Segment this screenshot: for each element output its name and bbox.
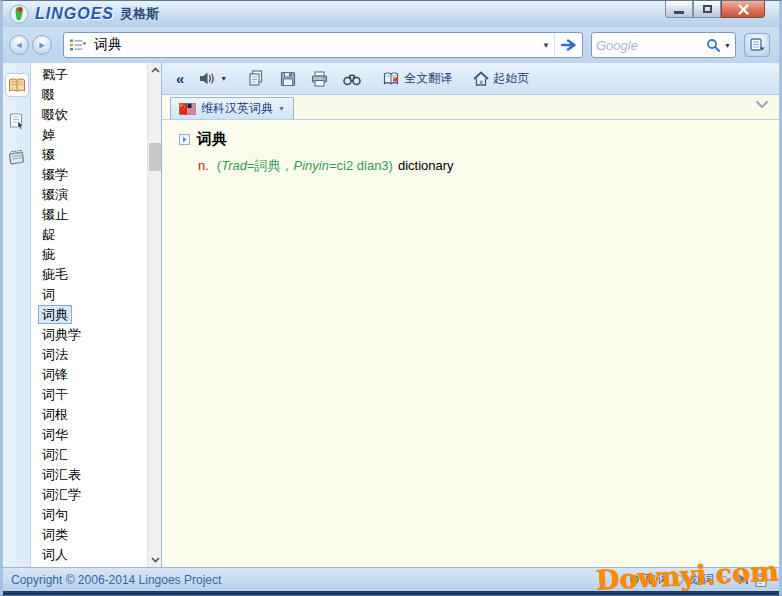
capture-status-icon[interactable] bbox=[630, 575, 639, 584]
expand-box-icon bbox=[179, 134, 190, 145]
sidebar-icon-strip bbox=[3, 63, 31, 567]
google-search-box: ▼ bbox=[591, 32, 736, 58]
app-title-chinese: 灵格斯 bbox=[120, 5, 159, 23]
close-icon bbox=[738, 4, 749, 15]
word-list-scrollbar[interactable] bbox=[147, 63, 161, 567]
trad-value: =詞典， bbox=[247, 158, 294, 173]
list-item[interactable]: 词典学 bbox=[31, 325, 147, 345]
print-button[interactable] bbox=[307, 69, 332, 89]
content-area: « ▼ bbox=[162, 63, 779, 567]
scroll-up-button[interactable] bbox=[148, 63, 162, 77]
list-item[interactable]: 辍 bbox=[31, 145, 147, 165]
app-logo-text: LINGOES bbox=[35, 5, 114, 23]
cn-en-flag-icon bbox=[179, 103, 196, 115]
google-search-input[interactable] bbox=[596, 38, 706, 53]
word-label: 疵毛 bbox=[38, 265, 72, 284]
word-label: 词干 bbox=[38, 385, 72, 404]
list-item[interactable]: 啜 bbox=[31, 85, 147, 105]
list-item[interactable]: 词 bbox=[31, 285, 147, 305]
scroll-down-button[interactable] bbox=[148, 553, 162, 567]
parrot-logo-icon bbox=[9, 4, 29, 24]
select-status-icon[interactable] bbox=[675, 575, 684, 584]
list-item[interactable]: 词汇学 bbox=[31, 485, 147, 505]
maximize-button[interactable] bbox=[693, 1, 721, 18]
list-item[interactable]: 词句 bbox=[31, 505, 147, 525]
tab-label: 维科汉英词典 bbox=[201, 100, 273, 117]
word-label: 龊 bbox=[38, 225, 59, 244]
transfer-button[interactable] bbox=[734, 574, 749, 585]
binoculars-icon bbox=[343, 72, 361, 86]
save-button[interactable] bbox=[276, 69, 300, 89]
service-status-icon[interactable] bbox=[720, 576, 728, 584]
list-item[interactable]: 疵 bbox=[31, 245, 147, 265]
list-item[interactable]: 词类 bbox=[31, 525, 147, 545]
word-label: 辍学 bbox=[38, 165, 72, 184]
list-item[interactable]: 疵毛 bbox=[31, 265, 147, 285]
list-item[interactable]: 词法 bbox=[31, 345, 147, 365]
google-engine-dropdown-icon[interactable]: ▼ bbox=[724, 42, 731, 49]
sidebar-item-capture[interactable] bbox=[5, 109, 29, 133]
select-word-toggle[interactable]: 划词 bbox=[690, 571, 714, 588]
search-magnifier-icon[interactable] bbox=[706, 38, 721, 53]
word-label: 词华 bbox=[38, 425, 72, 444]
list-item[interactable]: 辍学 bbox=[31, 165, 147, 185]
back-button[interactable]: ◄ bbox=[9, 35, 29, 55]
search-input[interactable] bbox=[90, 37, 538, 53]
list-item[interactable]: 婥 bbox=[31, 125, 147, 145]
list-item[interactable]: 辍止 bbox=[31, 205, 147, 225]
homepage-button[interactable]: 起始页 bbox=[469, 68, 533, 89]
fulltext-translate-label: 全文翻译 bbox=[404, 70, 452, 87]
main-area: 戳子 啜 啜饮 婥 辍 辍学 辍演 辍止 龊 疵 疵毛 词 词典 词典学 词法 … bbox=[3, 63, 779, 567]
tab-dropdown-icon: ▼ bbox=[278, 105, 285, 112]
chevron-down-icon bbox=[151, 557, 160, 563]
list-item[interactable]: 词人 bbox=[31, 545, 147, 565]
main-menu-button[interactable] bbox=[744, 33, 770, 57]
search-dropdown-arrow-icon[interactable]: ▼ bbox=[538, 41, 554, 50]
pinyin-label: Pinyin bbox=[294, 158, 329, 173]
save-icon bbox=[280, 71, 296, 87]
close-button[interactable] bbox=[721, 1, 765, 18]
chevron-up-icon bbox=[151, 67, 160, 73]
list-item[interactable]: 戳子 bbox=[31, 65, 147, 85]
word-label: 词典 bbox=[38, 305, 72, 324]
tab-overflow-button[interactable] bbox=[755, 100, 769, 109]
sidebar-item-dictionary[interactable] bbox=[5, 73, 29, 97]
content-toolbar: « ▼ bbox=[162, 63, 779, 95]
list-item[interactable]: 龊 bbox=[31, 225, 147, 245]
tab-active-dictionary[interactable]: 维科汉英词典 ▼ bbox=[170, 97, 294, 119]
title-bar: LINGOES 灵格斯 bbox=[3, 1, 779, 27]
list-item[interactable]: 辍演 bbox=[31, 185, 147, 205]
find-button[interactable] bbox=[339, 70, 365, 88]
scroll-thumb[interactable] bbox=[149, 143, 161, 171]
list-item[interactable]: 词汇 bbox=[31, 445, 147, 465]
go-arrow-icon bbox=[561, 39, 577, 51]
list-item[interactable]: 词华 bbox=[31, 425, 147, 445]
go-button[interactable] bbox=[554, 33, 582, 57]
list-item[interactable]: 词汇表 bbox=[31, 465, 147, 485]
dictionary-tab-bar: 维科汉英词典 ▼ bbox=[162, 95, 779, 120]
collapse-panel-button[interactable]: « bbox=[172, 68, 188, 89]
word-label: 啜饮 bbox=[38, 105, 72, 124]
list-item[interactable]: 啜饮 bbox=[31, 105, 147, 125]
sidebar-item-notebook[interactable] bbox=[5, 145, 29, 169]
paren-close: ) bbox=[389, 158, 393, 173]
home-icon bbox=[473, 71, 489, 86]
word-label: 啜 bbox=[38, 85, 59, 104]
word-list-panel: 戳子 啜 啜饮 婥 辍 辍学 辍演 辍止 龊 疵 疵毛 词 词典 词典学 词法 … bbox=[31, 63, 162, 567]
print-icon bbox=[311, 71, 328, 87]
pronounce-button[interactable]: ▼ bbox=[195, 69, 231, 88]
copy-button[interactable] bbox=[244, 68, 269, 89]
word-label: 词法 bbox=[38, 345, 72, 364]
list-item[interactable]: 词锋 bbox=[31, 365, 147, 385]
fulltext-translate-button[interactable]: 全文翻译 bbox=[378, 68, 456, 89]
collapse-entry-button[interactable] bbox=[179, 134, 190, 145]
minimize-button[interactable] bbox=[665, 1, 693, 18]
list-item[interactable]: 词干 bbox=[31, 385, 147, 405]
translate-book-icon bbox=[382, 71, 400, 86]
clipboard-button[interactable] bbox=[755, 573, 767, 587]
list-item[interactable]: 词典 bbox=[31, 305, 147, 325]
capture-word-toggle[interactable]: 取词 bbox=[645, 571, 669, 588]
list-item[interactable]: 词根 bbox=[31, 405, 147, 425]
notebook-icon bbox=[8, 149, 26, 165]
forward-button[interactable]: ► bbox=[32, 35, 52, 55]
